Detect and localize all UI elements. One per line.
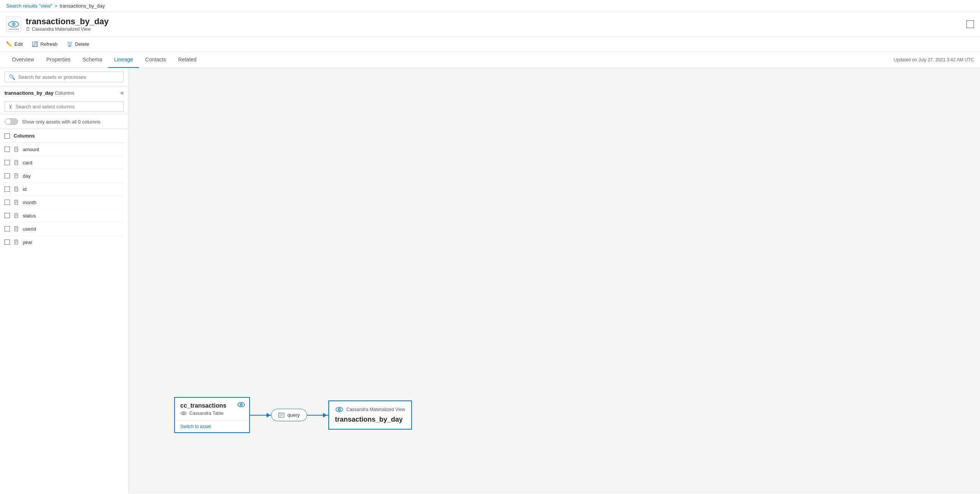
column-name-year: year [23,239,32,245]
column-asset-name: transactions_by_day [5,90,53,96]
select-all-checkbox[interactable] [5,133,10,139]
column-panel-header: transactions_by_day Columns « [0,86,128,99]
svg-rect-8 [15,160,18,165]
column-checkbox-month[interactable] [5,200,10,205]
target-node-title: transactions_by_day [335,416,405,424]
breadcrumb-separator: > [54,3,57,9]
column-row-id: id [5,183,124,196]
tab-schema[interactable]: Schema [76,52,108,68]
column-search-inner[interactable]: ⊻ [5,102,124,112]
column-row-status: status [5,209,124,222]
column-checkbox-amount[interactable] [5,147,10,152]
svg-rect-24 [15,213,18,218]
column-icon-year [14,239,19,245]
column-name-amount: amount [23,147,39,152]
asset-search-wrap[interactable]: 🔍 [5,72,124,82]
svg-rect-28 [15,226,18,231]
refresh-button[interactable]: 🔄 Refresh [32,40,57,48]
svg-rect-12 [15,174,18,178]
toggle-label: Show only assets with all 0 columns [22,119,100,124]
tab-properties[interactable]: Properties [40,52,76,68]
column-row-userid: userid [5,222,124,236]
switch-to-asset-link[interactable]: Switch to asset [175,421,249,432]
column-name-card: card [23,160,32,166]
column-icon-day [14,173,19,179]
left-panel: 🔍 transactions_by_day Columns « ⊻ Show o… [0,68,129,494]
tab-contacts[interactable]: Contacts [139,52,172,68]
svg-point-2 [13,24,14,25]
filter-icon: ⊻ [9,104,13,110]
asset-search-input[interactable] [18,74,120,80]
edit-button[interactable]: ✏️ Edit [6,40,23,48]
column-name-day: day [23,173,31,179]
column-checkbox-day[interactable] [5,173,10,178]
tab-overview[interactable]: Overview [6,52,40,68]
column-checkbox-card[interactable] [5,160,10,165]
svg-rect-32 [15,240,18,244]
delete-button[interactable]: 🗑️ Delete [67,40,89,48]
svg-point-38 [241,404,242,405]
column-name-userid: userid [23,226,36,232]
svg-point-47 [339,409,339,410]
column-row-year: year [5,236,124,249]
edit-icon: ✏️ [6,41,12,47]
column-name-id: id [23,186,27,192]
column-name-status: status [23,213,36,218]
asset-search-bar: 🔍 [0,68,128,86]
target-node: Cassandra Materialized View transactions… [328,400,412,430]
maximize-button[interactable] [966,21,974,28]
page-header: cassandra transactions_by_day 🗒 Cassandr… [0,12,980,37]
column-search-input[interactable] [16,104,120,110]
toolbar: ✏️ Edit 🔄 Refresh 🗑️ Delete [0,37,980,52]
column-checkbox-year[interactable] [5,239,10,245]
svg-rect-16 [15,187,18,191]
column-row-card: card [5,156,124,169]
header-title-group: transactions_by_day 🗒 Cassandra Material… [26,17,109,32]
breadcrumb-current: transactions_by_day [60,3,105,9]
svg-rect-20 [15,200,18,205]
columns-label: Columns [55,90,74,96]
target-node-top: Cassandra Materialized View [335,406,405,413]
svg-point-40 [183,413,185,414]
columns-list-header: Columns [5,129,124,143]
column-name-month: month [23,200,37,206]
breadcrumb-link[interactable]: Search results "view" [6,3,52,9]
column-checkbox-id[interactable] [5,186,10,192]
refresh-icon: 🔄 [32,41,38,47]
column-icon-id [14,186,19,192]
source-node: cc_transactions Cassandra Table Switch t… [174,397,250,433]
lineage-diagram: cc_transactions Cassandra Table Switch t… [174,397,412,433]
breadcrumb: Search results "view" > transactions_by_… [0,0,980,12]
column-icon-month [14,199,19,206]
column-search-wrap: ⊻ [0,99,128,115]
toggle-row: Show only assets with all 0 columns [0,115,128,129]
tab-related[interactable]: Related [172,52,203,68]
page-title: transactions_by_day [26,17,109,27]
tab-bar: Overview Properties Schema Lineage Conta… [0,52,980,68]
svg-text:cassandra: cassandra [9,28,19,30]
column-icon-card [14,159,19,166]
lineage-canvas: cc_transactions Cassandra Table Switch t… [129,68,980,494]
column-row-amount: amount [5,143,124,156]
process-node-label: query [287,412,300,418]
target-node-subtitle: Cassandra Materialized View [347,407,405,412]
column-row-month: month [5,196,124,209]
source-node-inner: cc_transactions Cassandra Table [175,398,249,421]
column-checkbox-status[interactable] [5,213,10,218]
collapse-panel-button[interactable]: « [121,89,124,96]
column-row-day: day [5,169,124,183]
source-node-title: cc_transactions [180,402,244,409]
cassandra-logo-icon: cassandra [6,17,21,32]
updated-timestamp: Updated on July 27, 2021 3:42 AM UTC [894,57,974,62]
source-node-subtitle: Cassandra Table [180,411,244,416]
source-node-eye-button[interactable] [237,402,245,409]
svg-rect-4 [15,147,18,151]
search-icon: 🔍 [9,74,15,80]
tab-lineage[interactable]: Lineage [108,52,139,68]
column-checkbox-userid[interactable] [5,226,10,231]
svg-point-39 [181,412,186,415]
process-node: query [271,409,307,421]
main-content: 🔍 transactions_by_day Columns « ⊻ Show o… [0,68,980,494]
column-icon-userid [14,226,19,232]
show-assets-toggle[interactable] [5,118,18,125]
